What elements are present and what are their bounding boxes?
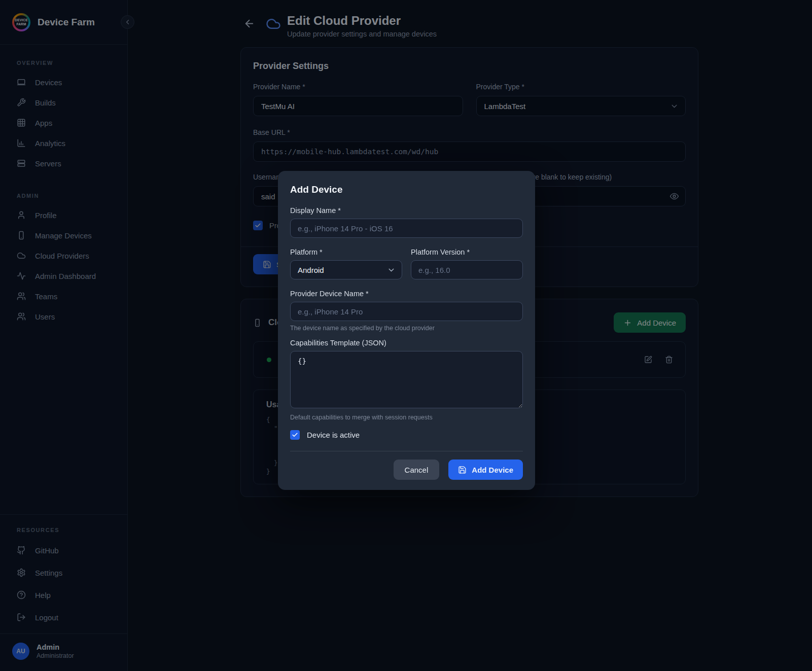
provider-device-name-label: Provider Device Name *: [290, 290, 523, 298]
platform-version-input[interactable]: [411, 260, 523, 279]
capabilities-label: Capabilities Template (JSON): [290, 339, 523, 347]
chevron-down-icon: [387, 266, 396, 274]
capabilities-helper: Default capabilities to merge with sessi…: [290, 414, 523, 421]
provider-device-name-input[interactable]: [290, 302, 523, 321]
modal-add-device-button[interactable]: Add Device: [448, 460, 523, 480]
device-active-label: Device is active: [307, 431, 360, 439]
capabilities-textarea[interactable]: {}: [290, 351, 523, 408]
add-device-modal: Add Device Display Name * Platform * And…: [278, 171, 535, 490]
divider: [290, 451, 523, 451]
display-name-label: Display Name *: [290, 206, 523, 215]
platform-select[interactable]: Android: [290, 260, 402, 279]
modal-title: Add Device: [290, 184, 523, 195]
display-name-input[interactable]: [290, 219, 523, 238]
cancel-button[interactable]: Cancel: [394, 460, 440, 480]
platform-label: Platform *: [290, 248, 402, 256]
check-icon: [292, 432, 298, 438]
save-icon: [458, 466, 467, 474]
provider-device-name-helper: The device name as specified by the clou…: [290, 325, 523, 332]
device-active-checkbox[interactable]: [290, 430, 300, 440]
platform-version-label: Platform Version *: [411, 248, 523, 256]
